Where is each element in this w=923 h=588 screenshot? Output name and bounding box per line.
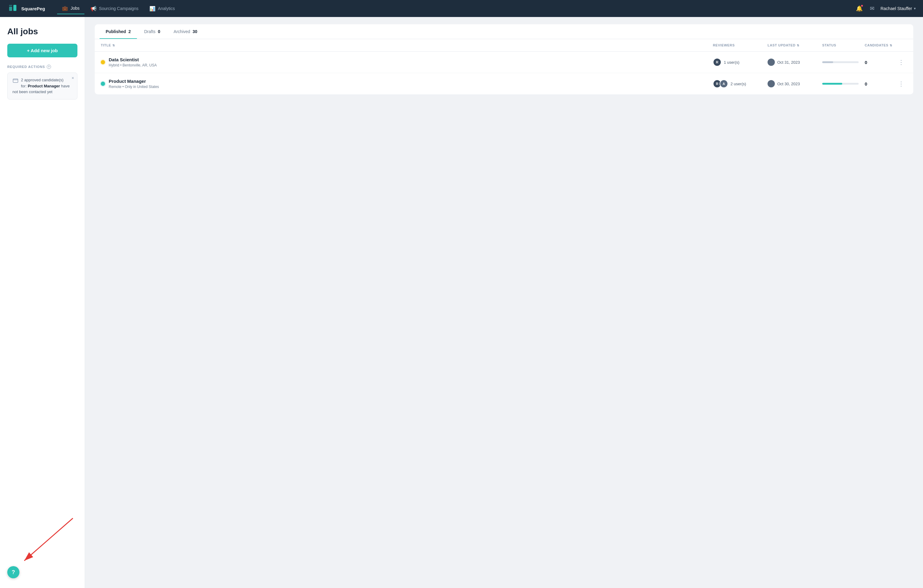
notifications-button[interactable]: 🔔 xyxy=(855,4,864,13)
svg-rect-2 xyxy=(9,5,12,6)
reviewers-data-scientist: R 1 user(s) xyxy=(713,58,767,66)
required-actions-label: REQUIRED ACTIONS ? xyxy=(7,65,77,69)
nav-links: 💼 Jobs 📢 Sourcing Campaigns 📊 Analytics xyxy=(57,3,845,14)
svg-rect-1 xyxy=(13,5,16,11)
action-card-text: 2 approved candidate(s) for: Product Man… xyxy=(12,78,69,94)
brand-name: SquarePeg xyxy=(21,6,45,11)
action-card-close-button[interactable]: × xyxy=(72,76,74,80)
job-info-data-scientist: Data Scientist Hybrid • Bentonville, AR,… xyxy=(101,57,713,67)
required-actions-help-icon[interactable]: ? xyxy=(47,65,51,69)
table-header: TITLE ⇅ REVIEWERS LAST UPDATED ⇅ STATUS … xyxy=(95,39,913,52)
notification-dot xyxy=(861,5,863,7)
col-status: STATUS xyxy=(822,43,865,47)
job-row-data-scientist[interactable]: Data Scientist Hybrid • Bentonville, AR,… xyxy=(95,52,913,73)
title-sort-icon[interactable]: ⇅ xyxy=(112,44,115,47)
nav-right: 🔔 ✉ Rachael Stauffer ▾ xyxy=(855,4,916,13)
nav-item-sourcing[interactable]: 📢 Sourcing Campaigns xyxy=(85,3,143,14)
tab-published[interactable]: Published 2 xyxy=(100,24,137,39)
page-title: All jobs xyxy=(7,27,77,36)
svg-line-5 xyxy=(24,518,73,561)
tabs-bar: Published 2 Drafts 0 Archived 30 xyxy=(95,24,913,39)
date-data-scientist: Oct 31, 2023 xyxy=(767,59,822,66)
nav-item-jobs[interactable]: 💼 Jobs xyxy=(57,3,84,14)
more-menu-data-scientist[interactable]: ⋮ xyxy=(895,57,907,67)
app-layout: All jobs + Add new job REQUIRED ACTIONS … xyxy=(0,17,923,588)
date-avatar-product-manager xyxy=(767,80,775,87)
svg-rect-0 xyxy=(9,7,12,11)
user-chevron-icon: ▾ xyxy=(914,7,916,11)
candidates-count-product-manager: 0 xyxy=(865,81,895,87)
action-card: 2 approved candidate(s) for: Product Man… xyxy=(7,72,77,100)
analytics-icon: 📊 xyxy=(149,6,156,11)
col-last-updated: LAST UPDATED ⇅ xyxy=(767,43,822,47)
date-avatar-data-scientist xyxy=(767,59,775,66)
jobs-icon: 💼 xyxy=(62,5,68,11)
col-candidates: CANDIDATES ⇅ xyxy=(865,43,895,47)
col-reviewers: REVIEWERS xyxy=(713,43,767,47)
status-data-scientist xyxy=(822,61,865,63)
navbar: SquarePeg 💼 Jobs 📢 Sourcing Campaigns 📊 … xyxy=(0,0,923,17)
candidates-sort-icon[interactable]: ⇅ xyxy=(890,44,892,47)
job-details-data-scientist: Data Scientist Hybrid • Bentonville, AR,… xyxy=(109,57,157,67)
sourcing-icon: 📢 xyxy=(90,6,97,11)
action-card-icon xyxy=(12,78,18,84)
more-menu-product-manager[interactable]: ⋮ xyxy=(895,79,907,88)
job-info-product-manager: Product Manager Remote • Only in United … xyxy=(101,79,713,89)
tab-archived[interactable]: Archived 30 xyxy=(168,24,204,39)
col-title: TITLE ⇅ xyxy=(101,43,713,47)
messages-button[interactable]: ✉ xyxy=(869,4,875,13)
tab-drafts[interactable]: Drafts 0 xyxy=(138,24,166,39)
job-status-dot-product-manager xyxy=(101,82,105,86)
avatar-2-product-manager: A xyxy=(719,80,728,88)
main-content: Published 2 Drafts 0 Archived 30 TITLE ⇅ xyxy=(85,17,923,588)
progress-fill-product-manager xyxy=(822,83,842,85)
job-status-dot-data-scientist xyxy=(101,60,105,64)
candidates-count-data-scientist: 0 xyxy=(865,60,895,65)
sidebar: All jobs + Add new job REQUIRED ACTIONS … xyxy=(0,17,85,588)
last-updated-sort-icon[interactable]: ⇅ xyxy=(797,44,800,47)
job-row-product-manager[interactable]: Product Manager Remote • Only in United … xyxy=(95,73,913,94)
user-menu[interactable]: Rachael Stauffer ▾ xyxy=(880,6,916,11)
nav-item-analytics[interactable]: 📊 Analytics xyxy=(145,3,180,14)
status-product-manager xyxy=(822,83,865,85)
job-details-product-manager: Product Manager Remote • Only in United … xyxy=(109,79,159,89)
svg-rect-3 xyxy=(13,79,18,82)
date-product-manager: Oct 30, 2023 xyxy=(767,80,822,87)
avatar-1-data-scientist: R xyxy=(713,58,721,66)
progress-fill-data-scientist xyxy=(822,61,833,63)
add-job-button[interactable]: + Add new job xyxy=(7,44,77,57)
help-button[interactable]: ? xyxy=(7,566,20,578)
reviewers-product-manager: R A 2 user(s) xyxy=(713,80,767,88)
brand-logo[interactable]: SquarePeg xyxy=(7,3,45,14)
annotation-arrow xyxy=(6,512,91,573)
jobs-table: TITLE ⇅ REVIEWERS LAST UPDATED ⇅ STATUS … xyxy=(95,39,913,94)
